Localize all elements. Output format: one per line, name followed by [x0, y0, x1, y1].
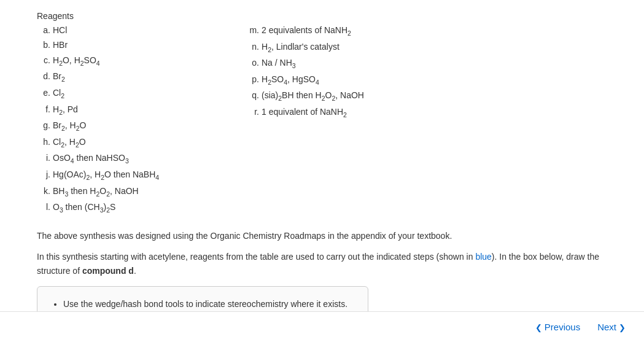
reagent-text: OsO4 then NaHSO3 [53, 151, 129, 166]
list-item: f. H2, Pd [37, 103, 246, 118]
reagent-letter: n. [246, 40, 259, 53]
list-item: e. Cl2 [37, 86, 246, 101]
list-item: l. O3 then (CH3)2S [37, 200, 246, 216]
reagent-text: Na / NH3 [262, 56, 296, 71]
reagent-text: Br2, H2O [53, 119, 86, 134]
previous-label: Previous [545, 322, 580, 332]
reagent-text: H2, Lindlar's catalyst [262, 40, 339, 55]
description-para-1: The above synthesis was designed using t… [37, 229, 607, 243]
reagent-text: Cl2, H2O [53, 135, 86, 150]
reagent-text: Cl2 [53, 86, 64, 101]
list-item: q. (sia)2BH then H2O2, NaOH [246, 88, 454, 104]
nav-footer: Previous Next [0, 311, 644, 342]
reagent-text: (sia)2BH then H2O2, NaOH [262, 88, 364, 104]
next-button[interactable]: Next [589, 318, 634, 336]
list-item: p. H2SO4, HgSO4 [246, 72, 454, 88]
list-item: k. BH3 then H2O2, NaOH [37, 184, 246, 200]
reagent-text: H2, Pd [53, 103, 78, 118]
reagent-text: HCl [53, 23, 67, 37]
reagent-letter: j. [37, 168, 50, 181]
reagent-letter: b. [37, 38, 50, 52]
reagent-letter: k. [37, 184, 50, 198]
list-item: g. Br2, H2O [37, 119, 246, 134]
list-item: m. 2 equivalents of NaNH2 [246, 23, 454, 39]
description2-blue: blue [475, 252, 491, 262]
list-item: j. Hg(OAc)2, H2O then NaBH4 [37, 168, 246, 183]
reagent-letter: q. [246, 88, 259, 102]
list-item: o. Na / NH3 [246, 56, 454, 71]
reagent-letter: m. [246, 23, 259, 37]
list-item: r. 1 equivalent of NaNH2 [246, 105, 454, 120]
reagents-title: Reagents [37, 11, 607, 21]
list-item: h. Cl2, H2O [37, 135, 246, 150]
reagent-letter: f. [37, 103, 50, 116]
list-item: Use the wedge/hash bond tools to indicat… [63, 297, 355, 312]
description2-end: . [134, 266, 136, 276]
list-item: c. H2O, H2SO4 [37, 53, 246, 69]
reagent-letter: o. [246, 56, 259, 69]
chevron-left-icon [535, 322, 542, 332]
list-item: i. OsO4 then NaHSO3 [37, 151, 246, 166]
reagent-letter: g. [37, 119, 50, 132]
reagent-letter: p. [246, 72, 259, 86]
chevron-right-icon [619, 322, 626, 332]
reagent-text: BH3 then H2O2, NaOH [53, 184, 139, 200]
reagent-text: O3 then (CH3)2S [53, 200, 115, 216]
description2-before-blue: In this synthesis starting with acetylen… [37, 252, 475, 262]
reagent-text: H2O, H2SO4 [53, 53, 100, 69]
reagent-text: H2SO4, HgSO4 [262, 72, 319, 88]
reagent-letter: a. [37, 23, 50, 37]
previous-button[interactable]: Previous [527, 318, 589, 336]
main-content: Reagents a. HCl b. HBr c. H2O, H2SO4 d. [0, 0, 644, 342]
reagent-letter: r. [246, 105, 259, 119]
reagents-grid: a. HCl b. HBr c. H2O, H2SO4 d. Br2 e. [37, 23, 607, 216]
reagents-section: Reagents a. HCl b. HBr c. H2O, H2SO4 d. [37, 11, 607, 216]
nav-buttons: Previous Next [527, 318, 634, 336]
list-item: b. HBr [37, 38, 246, 52]
description-para-2: In this synthesis starting with acetylen… [37, 250, 607, 278]
reagent-letter: i. [37, 151, 50, 165]
reagent-letter: e. [37, 86, 50, 99]
reagent-text: 2 equivalents of NaNH2 [262, 23, 351, 39]
reagents-left-col: a. HCl b. HBr c. H2O, H2SO4 d. Br2 e. [37, 23, 246, 216]
reagent-letter: l. [37, 200, 50, 214]
reagent-text: 1 equivalent of NaNH2 [262, 105, 347, 120]
reagent-text: Br2 [53, 69, 65, 85]
reagent-text: HBr [53, 38, 68, 52]
reagents-right-col: m. 2 equivalents of NaNH2 n. H2, Lindlar… [246, 23, 454, 216]
list-item: a. HCl [37, 23, 246, 37]
reagent-letter: c. [37, 53, 50, 67]
reagent-letter: h. [37, 135, 50, 149]
list-item: n. H2, Lindlar's catalyst [246, 40, 454, 55]
reagent-text: Hg(OAc)2, H2O then NaBH4 [53, 168, 159, 183]
reagent-letter: d. [37, 69, 50, 83]
description2-bold: compound d [82, 266, 134, 276]
list-item: d. Br2 [37, 69, 246, 85]
next-label: Next [597, 322, 616, 332]
